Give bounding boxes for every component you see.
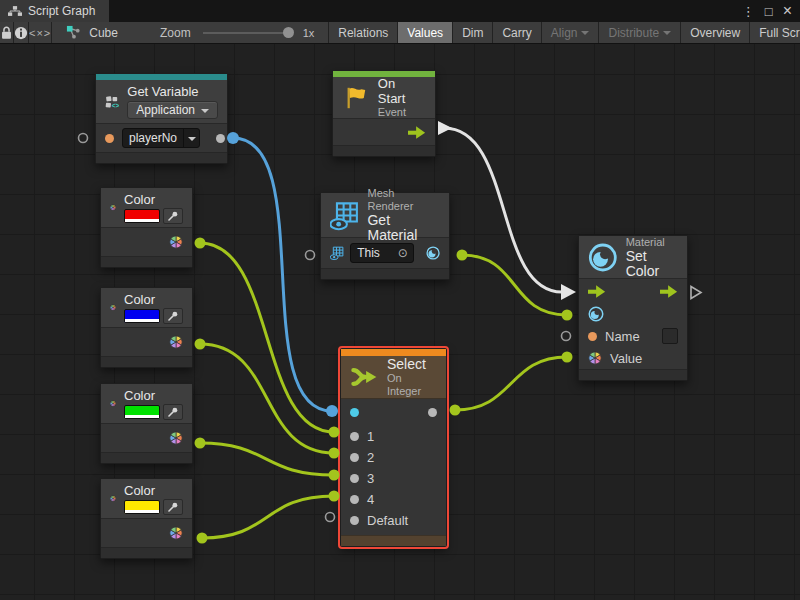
info-button[interactable] [14,22,29,43]
toolbar-button-values[interactable]: Values [398,22,453,43]
node-subtitle: On Integer [387,372,437,398]
node-footer [101,356,192,367]
node-on-start[interactable]: On Start Event [332,70,436,157]
eyedropper-icon [167,210,179,222]
toolbar-main: Cube Zoom 1x [52,22,329,43]
variable-icon [105,87,119,117]
name-input-field[interactable] [662,328,678,344]
port-label: Name [605,329,640,344]
material-sphere-icon [588,241,618,274]
toolbar-button-distribute[interactable]: Distribute [599,22,681,43]
close-icon[interactable] [783,0,792,22]
port-name-in[interactable] [588,332,597,341]
toolbar-button-relations[interactable]: Relations [329,22,398,43]
target-object-field[interactable]: This ⊙ [350,243,414,263]
port-color-out[interactable] [169,235,183,249]
flow-in-port[interactable] [588,285,606,298]
flow-out-port[interactable] [408,126,426,139]
node-footer [321,268,449,279]
port-color-out[interactable] [169,335,183,349]
port-option-3[interactable] [350,474,359,483]
eyedropper-icon [167,310,179,322]
chevron-down-icon [663,31,671,35]
port-color-out[interactable] [169,431,183,445]
node-color-blue[interactable]: Color [100,287,193,368]
toolbar-button-align[interactable]: Align [542,22,600,43]
port-selection-out[interactable] [428,408,437,417]
tab-script-graph[interactable]: Script Graph [0,0,109,22]
target-label[interactable]: Cube [89,26,118,40]
eyedropper-icon [167,501,179,513]
target-port-icon[interactable] [330,245,344,261]
node-subtitle: Material [626,236,678,249]
node-subtitle: Mesh Renderer [367,187,440,213]
eyedropper-button[interactable] [163,208,183,224]
port-option-2[interactable] [350,453,359,462]
color-swatch[interactable] [124,309,160,323]
eyedropper-button[interactable] [163,499,183,515]
node-color-red[interactable]: Color [100,187,193,268]
toolbar-button-dim[interactable]: Dim [453,22,493,43]
node-title: On Start [378,76,426,106]
node-footer [333,145,435,156]
flag-icon [342,84,370,112]
graph-icon [8,4,22,18]
tab-bar: Script Graph [0,0,800,22]
variable-scope-dropdown[interactable]: Application [127,101,218,119]
info-icon [14,26,28,40]
port-option-4[interactable] [350,495,359,504]
node-title: Get Variable [127,84,218,99]
lock-button[interactable] [0,22,14,43]
node-get-variable[interactable]: Get Variable Application playerNo [95,73,228,164]
chevron-down-icon [581,31,589,35]
menu-kebab-icon[interactable] [742,0,755,23]
port-material-out[interactable] [426,245,440,261]
node-footer [101,452,192,463]
color-swatch[interactable] [124,405,160,419]
node-accent-bar [341,349,446,356]
color-swatch[interactable] [124,500,160,514]
port-value-in[interactable] [588,351,602,365]
code-icon [29,27,51,39]
node-color-green[interactable]: Color [100,383,193,464]
toolbar-button-carry[interactable]: Carry [493,22,541,43]
zoom-slider[interactable] [203,32,291,34]
color-wheel-icon [110,387,116,420]
script-graph-window: Script Graph [0,0,800,600]
flow-out-port[interactable] [660,285,678,298]
graph-toolbar: Cube Zoom 1x Relations Values Dim Carry … [0,22,800,44]
color-wheel-icon [110,191,116,224]
code-view-button[interactable] [29,22,52,43]
eyedropper-button[interactable] [163,404,183,420]
graph-target-icon [66,25,81,40]
variable-name-field[interactable]: playerNo [122,128,200,148]
toolbar-button-overview[interactable]: Overview [681,22,750,43]
node-color-yellow[interactable]: Color [100,478,193,559]
port-label: Value [610,351,642,366]
port-option-default[interactable] [350,516,359,525]
port-selector-in[interactable] [350,408,359,417]
object-picker-icon[interactable]: ⊙ [398,246,413,260]
zoom-slider-handle[interactable] [283,27,294,38]
node-title: Get Material [367,213,440,243]
color-swatch[interactable] [124,209,160,223]
node-footer [579,369,687,380]
port-variable-name[interactable] [105,134,114,143]
zoom-label: Zoom [160,26,191,40]
eyedropper-button[interactable] [163,308,183,324]
graph-canvas[interactable]: Get Variable Application playerNo [0,44,800,600]
port-value-out[interactable] [216,134,225,143]
chevron-down-icon[interactable] [183,129,199,147]
port-option-1[interactable] [350,432,359,441]
chevron-down-icon [201,109,209,113]
toolbar-button-fullscreen[interactable]: Full Screen [750,22,800,43]
eyedropper-icon [167,406,179,418]
node-set-color[interactable]: Material Set Color Name [578,235,688,381]
port-material-in[interactable] [588,306,604,322]
port-color-out[interactable] [169,526,183,540]
node-select[interactable]: Select On Integer 1 2 [340,348,447,547]
node-footer [101,547,192,558]
node-get-material[interactable]: Mesh Renderer Get Material This ⊙ [320,192,450,280]
tab-title: Script Graph [28,4,95,18]
maximize-icon[interactable] [765,0,773,23]
